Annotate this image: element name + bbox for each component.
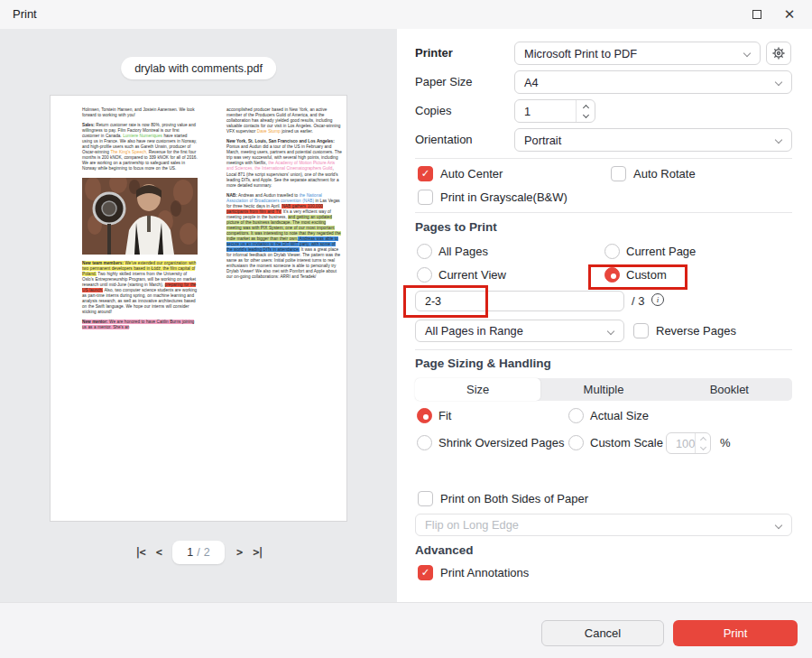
paper-size-value: A4 [524,76,539,89]
preview-paragraph: New team members: We've extended our org… [82,261,198,315]
custom-label: Custom [626,268,667,282]
footer-bar: Cancel Print [0,602,812,658]
info-icon[interactable]: i [651,293,664,306]
custom-scale-label: Custom Scale [590,436,663,449]
page-range-total: / 3 [632,294,644,308]
print-annotations-label: Print Annotations [440,566,529,579]
preview-column-left: Holmsen, Torstein Hansen, and Jostein Aa… [82,107,198,335]
tab-booklet[interactable]: Booklet [667,378,792,401]
grayscale-checkbox[interactable] [418,190,433,205]
preview-paragraph: NAB: Andreas and Audun travelled to the … [226,193,342,281]
current-page-radio[interactable] [604,244,620,259]
shrink-oversized-label: Shrink Oversized Pages [438,436,564,449]
page-navigation: |< < 1 / 2 > >| [0,539,397,566]
both-sides-label: Print on Both Sides of Paper [440,492,588,505]
paper-size-label: Paper Size [415,75,473,88]
page-range-value: 2-3 [425,295,441,308]
pages-to-print-heading: Pages to Print [415,220,497,234]
copies-stepper-buttons[interactable] [576,100,595,122]
reverse-pages-checkbox[interactable] [633,323,649,338]
printer-settings-button[interactable] [766,42,791,65]
cancel-button[interactable]: Cancel [541,620,664,646]
current-view-radio[interactable] [417,267,432,283]
all-pages-label: All Pages [438,245,488,258]
first-page-icon[interactable]: |< [134,546,143,559]
print-annotations-checkbox[interactable]: ✓ [418,565,433,580]
orientation-select[interactable]: Portrait [514,128,792,152]
divider [415,349,792,350]
percent-sign: % [720,436,731,449]
printer-select[interactable]: Microsoft Print to PDF [514,42,761,65]
chevron-up-icon [582,104,588,110]
paper-size-select[interactable]: A4 [514,70,792,94]
title-bar: Print ✕ [0,0,812,29]
copies-label: Copies [415,104,451,117]
custom-scale-stepper[interactable]: 100 [666,432,711,454]
prev-page-icon[interactable]: < [156,546,161,559]
flip-edge-value: Flip on Long Edge [425,518,519,532]
divider [415,158,792,159]
custom-scale-radio[interactable] [568,435,584,450]
copies-value: 1 [515,100,576,122]
shrink-oversized-radio[interactable] [417,435,432,450]
preview-paragraph: Holmsen, Torstein Hansen, and Jostein Aa… [82,107,198,118]
next-page-icon[interactable]: > [236,546,241,559]
gear-icon [771,46,786,60]
print-button[interactable]: Print [673,620,798,646]
chevron-down-icon [700,443,706,449]
chevron-up-icon [700,436,706,442]
custom-scale-stepper-buttons[interactable] [695,433,710,453]
both-sides-checkbox[interactable] [418,491,433,506]
preview-paragraph: New York, St. Louis, San Francisco and L… [226,139,342,188]
auto-rotate-label: Auto Rotate [633,167,696,181]
auto-center-checkbox[interactable]: ✓ [418,166,433,181]
preview-paragraph: New mentor: We are honored to have Caitl… [82,320,198,330]
current-page-label: Current Page [626,245,696,258]
fit-label: Fit [438,409,451,422]
divider [415,212,792,213]
fit-radio[interactable] [417,408,432,423]
chevron-down-icon [775,522,782,529]
all-pages-radio[interactable] [417,244,432,259]
advanced-heading: Advanced [415,543,474,557]
preview-photo [82,178,198,255]
tab-multiple[interactable]: Multiple [540,378,666,401]
last-page-icon[interactable]: >| [253,546,262,559]
auto-rotate-checkbox[interactable] [611,166,626,181]
copies-stepper[interactable]: 1 [514,99,595,123]
maximize-button[interactable] [742,4,772,25]
chevron-down-icon [582,111,588,117]
preview-panel: drylab with comments.pdf Holmsen, Torste… [0,29,397,602]
printer-value: Microsoft Print to PDF [524,47,637,60]
grayscale-label: Print in Grayscale(B&W) [440,190,567,204]
total-pages: 2 [204,546,210,559]
preview-paragraph: accomplished producer based in New York,… [226,107,342,134]
maximize-icon [752,10,761,19]
page-separator: / [197,546,199,559]
chevron-down-icon [743,50,751,57]
custom-scale-value: 100 [667,433,695,453]
close-button[interactable]: ✕ [774,4,805,25]
chevron-down-icon [775,136,782,144]
custom-radio[interactable] [604,267,620,283]
flip-edge-select: Flip on Long Edge [415,514,792,536]
page-preview: Holmsen, Torstein Hansen, and Jostein Aa… [50,95,347,522]
reverse-pages-label: Reverse Pages [656,324,736,338]
chevron-down-icon [775,79,782,86]
sizing-tabs: Size Multiple Booklet [415,378,792,401]
actual-size-radio[interactable] [568,408,584,423]
page-number-box[interactable]: 1 / 2 [172,541,225,564]
printer-label: Printer [415,46,453,60]
actual-size-label: Actual Size [590,409,649,422]
current-page: 1 [187,546,193,559]
dialog-title: Print [13,7,37,21]
page-range-input[interactable]: 2-3 [415,291,624,311]
file-name-pill: drylab with comments.pdf [121,57,276,79]
page-subset-select[interactable]: All Pages in Range [415,320,624,342]
chevron-down-icon [607,328,614,335]
auto-center-label: Auto Center [440,167,503,181]
tab-size[interactable]: Size [415,378,540,401]
settings-panel: Printer Microsoft Print to PDF Paper Siz… [397,29,812,602]
close-icon: ✕ [784,6,796,23]
page-sizing-heading: Page Sizing & Handling [415,357,551,370]
